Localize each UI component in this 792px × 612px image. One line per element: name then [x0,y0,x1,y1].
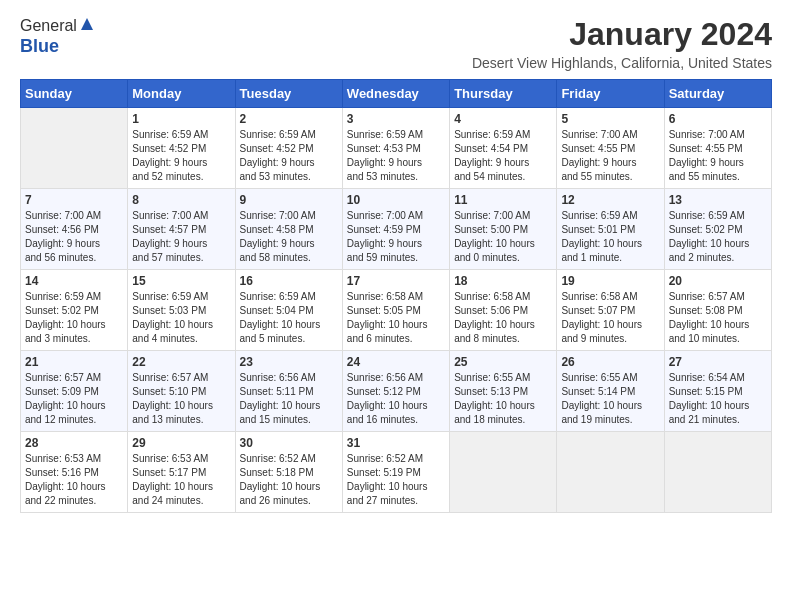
day-number: 17 [347,274,445,288]
month-title: January 2024 [472,16,772,53]
day-info: Sunrise: 6:52 AM Sunset: 5:18 PM Dayligh… [240,452,338,508]
day-info: Sunrise: 6:58 AM Sunset: 5:05 PM Dayligh… [347,290,445,346]
day-number: 15 [132,274,230,288]
day-number: 23 [240,355,338,369]
day-info: Sunrise: 7:00 AM Sunset: 4:56 PM Dayligh… [25,209,123,265]
day-cell [21,108,128,189]
day-info: Sunrise: 6:59 AM Sunset: 5:03 PM Dayligh… [132,290,230,346]
week-row-3: 21Sunrise: 6:57 AM Sunset: 5:09 PM Dayli… [21,351,772,432]
week-row-1: 7Sunrise: 7:00 AM Sunset: 4:56 PM Daylig… [21,189,772,270]
day-number: 14 [25,274,123,288]
day-info: Sunrise: 6:58 AM Sunset: 5:07 PM Dayligh… [561,290,659,346]
day-cell: 20Sunrise: 6:57 AM Sunset: 5:08 PM Dayli… [664,270,771,351]
day-number: 6 [669,112,767,126]
svg-marker-0 [81,18,93,30]
logo: General Blue [20,16,95,57]
day-cell: 22Sunrise: 6:57 AM Sunset: 5:10 PM Dayli… [128,351,235,432]
day-cell: 17Sunrise: 6:58 AM Sunset: 5:05 PM Dayli… [342,270,449,351]
day-cell: 1Sunrise: 6:59 AM Sunset: 4:52 PM Daylig… [128,108,235,189]
day-cell: 11Sunrise: 7:00 AM Sunset: 5:00 PM Dayli… [450,189,557,270]
day-number: 30 [240,436,338,450]
day-number: 26 [561,355,659,369]
day-info: Sunrise: 6:59 AM Sunset: 5:01 PM Dayligh… [561,209,659,265]
day-info: Sunrise: 6:53 AM Sunset: 5:16 PM Dayligh… [25,452,123,508]
day-cell: 16Sunrise: 6:59 AM Sunset: 5:04 PM Dayli… [235,270,342,351]
day-info: Sunrise: 6:55 AM Sunset: 5:14 PM Dayligh… [561,371,659,427]
day-cell: 7Sunrise: 7:00 AM Sunset: 4:56 PM Daylig… [21,189,128,270]
day-cell: 15Sunrise: 6:59 AM Sunset: 5:03 PM Dayli… [128,270,235,351]
day-number: 19 [561,274,659,288]
day-info: Sunrise: 7:00 AM Sunset: 4:59 PM Dayligh… [347,209,445,265]
day-number: 9 [240,193,338,207]
header-row: SundayMondayTuesdayWednesdayThursdayFrid… [21,80,772,108]
header-cell-friday: Friday [557,80,664,108]
week-row-2: 14Sunrise: 6:59 AM Sunset: 5:02 PM Dayli… [21,270,772,351]
day-number: 22 [132,355,230,369]
day-cell: 26Sunrise: 6:55 AM Sunset: 5:14 PM Dayli… [557,351,664,432]
day-number: 31 [347,436,445,450]
calendar-body: 1Sunrise: 6:59 AM Sunset: 4:52 PM Daylig… [21,108,772,513]
day-number: 10 [347,193,445,207]
day-cell [450,432,557,513]
day-number: 18 [454,274,552,288]
day-number: 3 [347,112,445,126]
day-info: Sunrise: 6:59 AM Sunset: 4:53 PM Dayligh… [347,128,445,184]
day-number: 21 [25,355,123,369]
header-cell-monday: Monday [128,80,235,108]
day-cell: 6Sunrise: 7:00 AM Sunset: 4:55 PM Daylig… [664,108,771,189]
day-info: Sunrise: 6:52 AM Sunset: 5:19 PM Dayligh… [347,452,445,508]
day-number: 8 [132,193,230,207]
logo-blue: Blue [20,36,59,57]
day-info: Sunrise: 7:00 AM Sunset: 4:57 PM Dayligh… [132,209,230,265]
page-header: General Blue January 2024 Desert View Hi… [20,16,772,71]
day-number: 11 [454,193,552,207]
day-info: Sunrise: 7:00 AM Sunset: 4:55 PM Dayligh… [561,128,659,184]
day-cell: 4Sunrise: 6:59 AM Sunset: 4:54 PM Daylig… [450,108,557,189]
day-info: Sunrise: 6:53 AM Sunset: 5:17 PM Dayligh… [132,452,230,508]
day-cell: 3Sunrise: 6:59 AM Sunset: 4:53 PM Daylig… [342,108,449,189]
day-cell: 28Sunrise: 6:53 AM Sunset: 5:16 PM Dayli… [21,432,128,513]
header-cell-sunday: Sunday [21,80,128,108]
day-info: Sunrise: 6:56 AM Sunset: 5:12 PM Dayligh… [347,371,445,427]
day-number: 28 [25,436,123,450]
day-cell: 24Sunrise: 6:56 AM Sunset: 5:12 PM Dayli… [342,351,449,432]
day-cell: 23Sunrise: 6:56 AM Sunset: 5:11 PM Dayli… [235,351,342,432]
day-number: 1 [132,112,230,126]
title-area: January 2024 Desert View Highlands, Cali… [472,16,772,71]
day-info: Sunrise: 6:59 AM Sunset: 4:52 PM Dayligh… [132,128,230,184]
day-number: 16 [240,274,338,288]
day-info: Sunrise: 7:00 AM Sunset: 4:58 PM Dayligh… [240,209,338,265]
day-cell: 31Sunrise: 6:52 AM Sunset: 5:19 PM Dayli… [342,432,449,513]
day-info: Sunrise: 6:59 AM Sunset: 5:02 PM Dayligh… [669,209,767,265]
day-cell: 18Sunrise: 6:58 AM Sunset: 5:06 PM Dayli… [450,270,557,351]
day-cell: 19Sunrise: 6:58 AM Sunset: 5:07 PM Dayli… [557,270,664,351]
day-cell: 2Sunrise: 6:59 AM Sunset: 4:52 PM Daylig… [235,108,342,189]
day-cell [557,432,664,513]
day-number: 2 [240,112,338,126]
day-cell: 8Sunrise: 7:00 AM Sunset: 4:57 PM Daylig… [128,189,235,270]
day-cell: 21Sunrise: 6:57 AM Sunset: 5:09 PM Dayli… [21,351,128,432]
day-info: Sunrise: 6:54 AM Sunset: 5:15 PM Dayligh… [669,371,767,427]
logo-icon [79,16,95,32]
week-row-0: 1Sunrise: 6:59 AM Sunset: 4:52 PM Daylig… [21,108,772,189]
day-info: Sunrise: 6:59 AM Sunset: 4:52 PM Dayligh… [240,128,338,184]
header-cell-tuesday: Tuesday [235,80,342,108]
day-info: Sunrise: 6:59 AM Sunset: 5:04 PM Dayligh… [240,290,338,346]
day-info: Sunrise: 7:00 AM Sunset: 5:00 PM Dayligh… [454,209,552,265]
header-cell-saturday: Saturday [664,80,771,108]
day-info: Sunrise: 6:56 AM Sunset: 5:11 PM Dayligh… [240,371,338,427]
day-cell: 25Sunrise: 6:55 AM Sunset: 5:13 PM Dayli… [450,351,557,432]
day-cell: 13Sunrise: 6:59 AM Sunset: 5:02 PM Dayli… [664,189,771,270]
day-info: Sunrise: 6:58 AM Sunset: 5:06 PM Dayligh… [454,290,552,346]
day-info: Sunrise: 6:55 AM Sunset: 5:13 PM Dayligh… [454,371,552,427]
day-number: 24 [347,355,445,369]
week-row-4: 28Sunrise: 6:53 AM Sunset: 5:16 PM Dayli… [21,432,772,513]
day-info: Sunrise: 6:59 AM Sunset: 4:54 PM Dayligh… [454,128,552,184]
header-cell-thursday: Thursday [450,80,557,108]
day-cell: 30Sunrise: 6:52 AM Sunset: 5:18 PM Dayli… [235,432,342,513]
logo-general: General [20,17,77,35]
day-info: Sunrise: 7:00 AM Sunset: 4:55 PM Dayligh… [669,128,767,184]
day-info: Sunrise: 6:57 AM Sunset: 5:10 PM Dayligh… [132,371,230,427]
day-number: 7 [25,193,123,207]
day-cell [664,432,771,513]
